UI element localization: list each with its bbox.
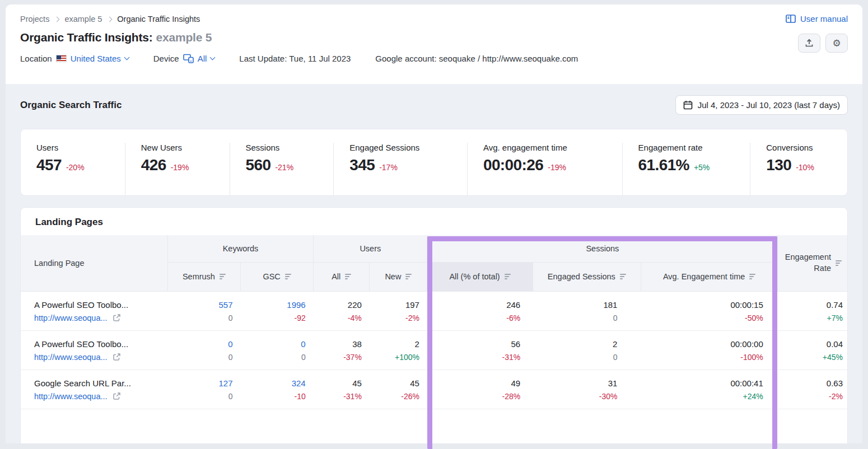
- device-filter[interactable]: Device All: [153, 54, 215, 63]
- engagement-rate-label: Engagement Rate: [780, 252, 831, 274]
- sort-icon[interactable]: [505, 274, 511, 279]
- external-link-icon[interactable]: [113, 392, 121, 400]
- breadcrumb-projects[interactable]: Projects: [20, 15, 49, 24]
- semrush-cell: 5570: [167, 291, 240, 330]
- cell-value: 0.04: [786, 339, 843, 349]
- cell-value: 2: [377, 339, 419, 349]
- stat-value: 00:00:26: [483, 156, 543, 174]
- cell-delta: -2%: [786, 392, 843, 401]
- sort-icon[interactable]: [285, 274, 291, 279]
- column-group-users: Users: [314, 235, 427, 262]
- semrush-cell: 1270: [167, 370, 240, 409]
- cell-value: 00:00:15: [648, 300, 763, 310]
- cell-delta: -92: [249, 314, 306, 322]
- column-header-users-all[interactable]: All: [314, 262, 370, 291]
- sort-icon[interactable]: [345, 274, 351, 279]
- cell-value: 2: [540, 339, 617, 349]
- cell-delta: -6%: [435, 314, 520, 322]
- semrush-cell: 00: [167, 330, 240, 370]
- users-new-cell: 45-26%: [370, 370, 427, 409]
- sessions-all-cell: 56-31%: [427, 330, 533, 370]
- landing-page-title: Google Search URL Par...: [34, 378, 163, 388]
- export-button[interactable]: [798, 34, 820, 53]
- landing-page-link[interactable]: http://www.seoqua...: [34, 353, 163, 362]
- stat-label: Engagement rate: [638, 143, 750, 152]
- cell-delta: 0: [249, 353, 306, 362]
- landing-page-link[interactable]: http://www.seoqua...: [34, 314, 163, 322]
- gsc-cell: 324-10: [241, 370, 314, 409]
- cell-delta: 0: [175, 314, 232, 322]
- cell-value[interactable]: 0: [175, 339, 232, 349]
- stat-value: 457: [36, 156, 62, 174]
- sort-icon[interactable]: [836, 260, 842, 266]
- users-new-cell: 197-2%: [370, 291, 427, 330]
- stat-conversions: Conversions 130-10%: [750, 143, 847, 195]
- cell-delta: -10: [249, 392, 306, 401]
- sessions-all-cell: 246-6%: [427, 291, 533, 330]
- cell-value[interactable]: 0: [249, 339, 306, 349]
- header-actions: ⚙: [798, 34, 848, 53]
- sort-icon[interactable]: [220, 274, 226, 279]
- device-icon: [183, 54, 194, 63]
- stat-value: 560: [246, 156, 271, 174]
- column-header-avg-engagement-time[interactable]: Avg. Engagement time: [641, 262, 777, 291]
- column-header-semrush[interactable]: Semrush: [167, 262, 240, 291]
- column-header-engaged-sessions[interactable]: Engaged Sessions: [533, 262, 641, 291]
- chevron-right-icon: [54, 17, 60, 22]
- engaged-sessions-cell: 20: [533, 330, 641, 370]
- column-header-users-new[interactable]: New: [370, 262, 427, 291]
- column-group-sessions: Sessions: [427, 235, 778, 262]
- avg-engagement-time-cell: 00:00:00-100%: [641, 330, 777, 370]
- sort-icon[interactable]: [620, 274, 626, 279]
- book-icon: [786, 15, 796, 24]
- column-group-keywords: Keywords: [167, 235, 313, 262]
- page-title-main: Organic Traffic Insights:: [20, 31, 153, 44]
- cell-value: 31: [540, 378, 617, 388]
- location-filter[interactable]: Location United States: [20, 54, 129, 63]
- cell-value: 00:00:41: [648, 378, 763, 388]
- cell-value[interactable]: 557: [175, 300, 232, 310]
- stat-avg-engagement-time: Avg. engagement time 00:00:26-19%: [467, 143, 622, 195]
- column-header-engagement-rate[interactable]: Engagement Rate: [778, 235, 848, 291]
- app-page: Projects example 5 Organic Traffic Insig…: [6, 4, 862, 443]
- device-value: All: [198, 54, 207, 63]
- cell-delta: 0: [175, 392, 232, 401]
- sort-icon[interactable]: [405, 274, 412, 279]
- stat-label: Avg. engagement time: [483, 143, 622, 152]
- sessions-all-cell: 49-28%: [427, 370, 533, 409]
- landing-pages-table: Landing Page Keywords Users Sessions Eng…: [21, 235, 848, 409]
- landing-page-title: A Powerful SEO Toolbo...: [34, 339, 163, 349]
- user-manual-link[interactable]: User manual: [786, 14, 848, 24]
- content-area: Organic Search Traffic Jul 4, 2023 - Jul…: [6, 84, 862, 443]
- external-link-icon[interactable]: [113, 314, 121, 322]
- traffic-stats-card: Users 457-20% New Users 426-19% Sessions…: [20, 129, 848, 196]
- settings-button[interactable]: ⚙: [825, 34, 848, 53]
- users-all-cell: 45-31%: [314, 370, 370, 409]
- stat-delta: -17%: [379, 163, 398, 172]
- landing-page-title: A Powerful SEO Toolbo...: [34, 300, 163, 310]
- cell-delta: +100%: [377, 353, 419, 362]
- us-flag-icon: [56, 55, 67, 62]
- stat-delta: -19%: [171, 163, 189, 172]
- cell-value: 56: [435, 339, 520, 349]
- cell-value[interactable]: 127: [175, 378, 232, 388]
- stat-label: Users: [36, 143, 125, 152]
- table-row: A Powerful SEO Toolbo... http://www.seoq…: [21, 330, 848, 370]
- stat-delta: -20%: [66, 163, 85, 172]
- breadcrumb-project[interactable]: example 5: [64, 15, 102, 24]
- date-range-button[interactable]: Jul 4, 2023 - Jul 10, 2023 (last 7 days): [675, 95, 848, 115]
- stat-label: Engaged Sessions: [349, 143, 467, 152]
- sort-icon[interactable]: [749, 274, 755, 279]
- cell-delta: +7%: [786, 314, 843, 322]
- stat-value: 130: [766, 156, 791, 174]
- column-header-gsc[interactable]: GSC: [241, 262, 314, 291]
- cell-delta: -31%: [435, 353, 520, 362]
- landing-pages-rows: A Powerful SEO Toolbo... http://www.seoq…: [21, 291, 848, 409]
- external-link-icon[interactable]: [113, 353, 121, 361]
- landing-page-link[interactable]: http://www.seoqua...: [34, 392, 163, 401]
- cell-value[interactable]: 324: [249, 378, 306, 388]
- cell-value[interactable]: 1996: [249, 300, 306, 310]
- cell-value: 181: [540, 300, 617, 310]
- location-value: United States: [71, 54, 121, 63]
- column-header-sessions-all[interactable]: All (% of total): [427, 262, 533, 291]
